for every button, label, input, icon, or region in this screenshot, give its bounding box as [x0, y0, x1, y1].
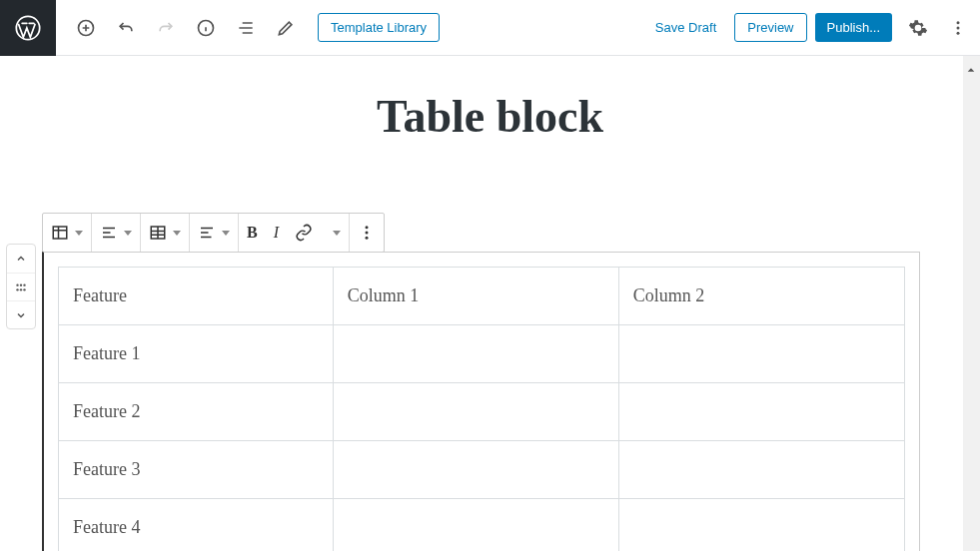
- table-header-cell[interactable]: Column 2: [618, 268, 904, 325]
- more-options-button[interactable]: [944, 10, 972, 46]
- table-header-cell[interactable]: Feature: [59, 268, 334, 325]
- drag-icon: [14, 282, 28, 292]
- edit-table-button[interactable]: [141, 214, 189, 252]
- text-align-icon: [198, 224, 216, 242]
- table-cell[interactable]: Feature 1: [59, 325, 334, 383]
- publish-button[interactable]: Publish...: [815, 13, 892, 42]
- align-button[interactable]: [92, 214, 140, 252]
- block-type-button[interactable]: [43, 214, 91, 252]
- add-block-button[interactable]: [68, 10, 104, 46]
- svg-point-14: [366, 226, 369, 229]
- svg-point-4: [957, 26, 960, 29]
- undo-button[interactable]: [108, 10, 144, 46]
- table-cell[interactable]: [618, 325, 904, 383]
- table-cell[interactable]: [618, 383, 904, 441]
- table-cell[interactable]: Feature 2: [59, 383, 334, 441]
- scroll-up-arrow[interactable]: [964, 58, 978, 82]
- table-cell[interactable]: [618, 441, 904, 499]
- italic-icon: I: [274, 224, 279, 242]
- table-cell[interactable]: [333, 383, 618, 441]
- template-library-button[interactable]: Template Library: [318, 13, 440, 42]
- table-row: Feature 4: [59, 499, 905, 552]
- table-block[interactable]: Feature Column 1 Column 2 Feature 1 Feat…: [42, 252, 920, 551]
- move-up-button[interactable]: [7, 245, 35, 273]
- chevron-down-icon: [222, 231, 230, 236]
- table-header-cell[interactable]: Column 1: [333, 268, 618, 325]
- more-vertical-icon: [358, 224, 376, 242]
- chevron-up-icon: [15, 253, 27, 265]
- undo-icon: [116, 18, 136, 38]
- table-cell[interactable]: [333, 325, 618, 383]
- block-more-options-button[interactable]: [350, 214, 384, 252]
- block-mover: [6, 244, 36, 329]
- table-row: Feature 1: [59, 325, 905, 383]
- pencil-icon: [276, 18, 296, 38]
- editor-canvas: Table block: [0, 56, 980, 551]
- toolbar-right-group: Save Draft Preview Publish...: [645, 10, 980, 46]
- info-icon: [196, 18, 216, 38]
- table-header-row: Feature Column 1 Column 2: [59, 268, 905, 325]
- chevron-down-icon: [75, 231, 83, 236]
- svg-point-7: [20, 283, 22, 285]
- chevron-down-icon: [15, 309, 27, 321]
- drag-handle[interactable]: [7, 273, 35, 300]
- wordpress-icon: [14, 14, 42, 42]
- table-cell[interactable]: Feature 4: [59, 499, 334, 552]
- svg-point-6: [16, 283, 18, 285]
- svg-point-3: [957, 21, 960, 24]
- svg-point-15: [366, 232, 369, 235]
- feature-table[interactable]: Feature Column 1 Column 2 Feature 1 Feat…: [58, 267, 905, 551]
- chevron-up-icon: [966, 65, 976, 75]
- bold-icon: B: [247, 224, 258, 242]
- redo-button[interactable]: [148, 10, 184, 46]
- plus-circle-icon: [76, 18, 96, 38]
- svg-point-5: [957, 31, 960, 34]
- link-icon: [295, 224, 313, 242]
- svg-rect-12: [53, 227, 67, 239]
- list-icon: [236, 18, 256, 38]
- more-vertical-icon: [949, 19, 967, 37]
- save-draft-button[interactable]: Save Draft: [645, 14, 726, 41]
- editor-top-toolbar: Template Library Save Draft Preview Publ…: [0, 0, 980, 56]
- toolbar-left-group: Template Library: [56, 10, 440, 46]
- bold-button[interactable]: B: [239, 214, 266, 252]
- table-row: Feature 3: [59, 441, 905, 499]
- svg-point-10: [20, 288, 22, 290]
- preview-button[interactable]: Preview: [734, 13, 806, 42]
- align-icon: [100, 224, 118, 242]
- vertical-scrollbar[interactable]: [963, 56, 980, 551]
- svg-point-9: [16, 288, 18, 290]
- italic-button[interactable]: I: [266, 214, 287, 252]
- table-cell[interactable]: [333, 499, 618, 552]
- block-toolbar: B I: [42, 213, 385, 253]
- more-rich-text-button[interactable]: [321, 214, 349, 252]
- wordpress-logo[interactable]: [0, 0, 56, 56]
- gear-icon: [908, 18, 928, 38]
- page-title[interactable]: Table block: [0, 90, 980, 143]
- table-icon: [51, 224, 69, 242]
- chevron-down-icon: [173, 231, 181, 236]
- table-cell[interactable]: Feature 3: [59, 441, 334, 499]
- svg-point-8: [23, 283, 25, 285]
- text-align-button[interactable]: [190, 214, 238, 252]
- svg-point-11: [23, 288, 25, 290]
- redo-icon: [156, 18, 176, 38]
- table-edit-icon: [149, 224, 167, 242]
- edit-mode-button[interactable]: [268, 10, 304, 46]
- document-info-button[interactable]: [188, 10, 224, 46]
- table-cell[interactable]: [333, 441, 618, 499]
- move-down-button[interactable]: [7, 300, 35, 328]
- chevron-down-icon: [124, 231, 132, 236]
- svg-point-16: [366, 237, 369, 240]
- settings-button[interactable]: [900, 10, 936, 46]
- outline-button[interactable]: [228, 10, 264, 46]
- link-button[interactable]: [287, 214, 321, 252]
- table-row: Feature 2: [59, 383, 905, 441]
- table-cell[interactable]: [618, 499, 904, 552]
- chevron-down-icon: [333, 231, 341, 236]
